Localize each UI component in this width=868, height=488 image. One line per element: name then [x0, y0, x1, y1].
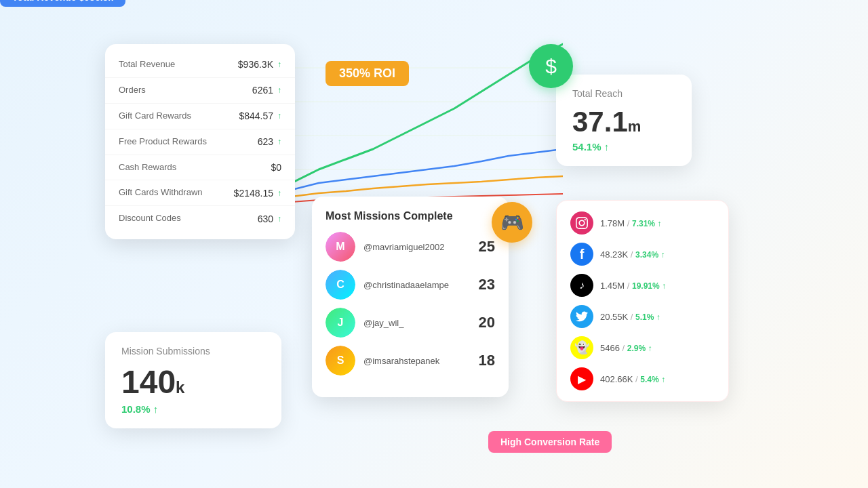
- revenue-row-total: Total Revenue $936.3K ↑: [105, 52, 295, 78]
- submissions-unit: k: [176, 378, 184, 396]
- submissions-value-row: 140k: [121, 363, 265, 401]
- game-controller-icon: 🎮: [492, 202, 532, 243]
- mission-count-2: 23: [479, 276, 495, 293]
- reach-percent: 54.1% ↑: [572, 141, 675, 152]
- mission-user-2: C @christinadaaelampe: [326, 270, 449, 300]
- up-arrow-orders: ↑: [277, 85, 281, 95]
- youtube-growth: 5.4% ↑: [640, 375, 665, 384]
- revenue-value-withdrawn: $2148.15 ↑: [234, 188, 281, 199]
- avatar-2: C: [326, 270, 355, 300]
- mission-username-3: @jay_wil_: [363, 318, 403, 328]
- instagram-stat: 1.78M / 7.31% ↑: [600, 218, 715, 228]
- revenue-label-orders: Orders: [119, 85, 146, 96]
- submissions-card: Mission Submissions 140k 10.8% ↑: [105, 332, 281, 428]
- avatar-4: S: [326, 346, 355, 375]
- instagram-icon: [570, 211, 593, 235]
- snapchat-stat: 5466 / 2.9% ↑: [600, 343, 715, 353]
- revenue-label-cash: Cash Rewards: [119, 162, 176, 174]
- revenue-value-orders: 6261 ↑: [252, 85, 281, 96]
- social-row-youtube: ▶ 402.66K / 5.4% ↑: [570, 367, 715, 390]
- reach-title: Total Reach: [572, 88, 675, 99]
- mission-username-2: @christinadaaelampe: [363, 280, 449, 290]
- twitter-icon: [570, 305, 593, 328]
- total-revenue-badge: Total Revenue $936.3k: [0, 0, 125, 7]
- mission-row-2: C @christinadaaelampe 23: [326, 270, 495, 300]
- submissions-percent: 10.8% ↑: [121, 403, 265, 415]
- roi-badge: 350% ROI: [326, 61, 409, 86]
- twitter-growth: 5.1% ↑: [635, 312, 660, 322]
- youtube-icon: ▶: [570, 367, 593, 390]
- twitter-stat: 20.55K / 5.1% ↑: [600, 312, 715, 322]
- mission-user-3: J @jay_wil_: [326, 308, 403, 338]
- tiktok-stat: 1.45M / 19.91% ↑: [600, 281, 715, 291]
- social-card: 1.78M / 7.31% ↑ f 48.23K / 3.34% ↑ ♪ 1.4…: [556, 200, 729, 402]
- instagram-growth: 7.31% ↑: [632, 219, 661, 228]
- dollar-icon: $: [529, 44, 573, 88]
- revenue-row-giftcard: Gift Card Rewards $844.57 ↑: [105, 104, 295, 129]
- reach-number: 37.1: [572, 106, 628, 138]
- mission-username-4: @imsarahstepanek: [363, 356, 439, 366]
- facebook-growth: 3.34% ↑: [635, 250, 665, 260]
- revenue-value-total: $936.3K ↑: [238, 59, 281, 70]
- revenue-value-freeproduct: 623 ↑: [258, 136, 281, 147]
- social-row-tiktok: ♪ 1.45M / 19.91% ↑: [570, 274, 715, 297]
- youtube-stat: 402.66K / 5.4% ↑: [600, 374, 715, 384]
- facebook-stat: 48.23K / 3.34% ↑: [600, 249, 715, 260]
- social-row-instagram: 1.78M / 7.31% ↑: [570, 211, 715, 235]
- social-row-snapchat: 👻 5466 / 2.9% ↑: [570, 336, 715, 359]
- submissions-number: 140: [121, 363, 176, 401]
- revenue-label-giftcard: Gift Card Rewards: [119, 110, 191, 122]
- up-arrow: ↑: [277, 60, 281, 69]
- revenue-row-discount: Discount Codes 630 ↑: [105, 206, 295, 231]
- revenue-value-giftcard: $844.57 ↑: [239, 110, 281, 121]
- avatar-3: J: [326, 308, 355, 338]
- revenue-label-discount: Discount Codes: [119, 213, 181, 224]
- up-arrow-withdrawn: ↑: [277, 188, 281, 198]
- tiktok-growth: 19.91% ↑: [632, 281, 666, 291]
- missions-title: Most Missions Complete: [326, 210, 495, 222]
- up-arrow-discount: ↑: [277, 214, 281, 224]
- mission-count-4: 18: [479, 352, 495, 369]
- revenue-label-withdrawn: Gift Cards Withdrawn: [119, 187, 203, 199]
- conversion-badge: High Conversion Rate: [488, 431, 612, 453]
- submissions-title: Mission Submissions: [121, 346, 265, 357]
- mission-row-4: S @imsarahstepanek 18: [326, 346, 495, 375]
- revenue-value-discount: 630 ↑: [258, 214, 281, 224]
- snapchat-icon: 👻: [570, 336, 593, 359]
- mission-user-1: M @mavriamiguel2002: [326, 232, 444, 262]
- mission-row-1: M @mavriamiguel2002 25: [326, 232, 495, 262]
- revenue-row-withdrawn: Gift Cards Withdrawn $2148.15 ↑: [105, 180, 295, 206]
- revenue-label-total: Total Revenue: [119, 59, 175, 70]
- reach-value-row: 37.1m: [572, 106, 675, 138]
- missions-card: Most Missions Complete M @mavriamiguel20…: [312, 197, 509, 397]
- revenue-value-cash: $0: [271, 162, 281, 173]
- social-row-facebook: f 48.23K / 3.34% ↑: [570, 243, 715, 266]
- social-row-twitter: 20.55K / 5.1% ↑: [570, 305, 715, 328]
- snapchat-growth: 2.9% ↑: [627, 344, 652, 353]
- revenue-row-freeproduct: Free Product Rewards 623 ↑: [105, 129, 295, 155]
- up-arrow-giftcard: ↑: [277, 111, 281, 121]
- facebook-icon: f: [570, 243, 593, 266]
- revenue-row-cash: Cash Rewards $0: [105, 155, 295, 181]
- revenue-card: Total Revenue $936.3K ↑ Orders 6261 ↑ Gi…: [105, 44, 295, 239]
- avatar-1: M: [326, 232, 355, 262]
- up-arrow-freeproduct: ↑: [277, 137, 281, 146]
- mission-count-1: 25: [479, 238, 495, 256]
- reach-card: Total Reach 37.1m 54.1% ↑: [556, 75, 692, 166]
- revenue-row-orders: Orders 6261 ↑: [105, 78, 295, 104]
- reach-unit: m: [628, 118, 642, 135]
- revenue-label-freeproduct: Free Product Rewards: [119, 136, 207, 148]
- mission-count-3: 20: [479, 314, 495, 331]
- mission-row-3: J @jay_wil_ 20: [326, 308, 495, 338]
- mission-user-4: S @imsarahstepanek: [326, 346, 439, 375]
- tiktok-icon: ♪: [570, 274, 593, 297]
- mission-username-1: @mavriamiguel2002: [363, 242, 444, 252]
